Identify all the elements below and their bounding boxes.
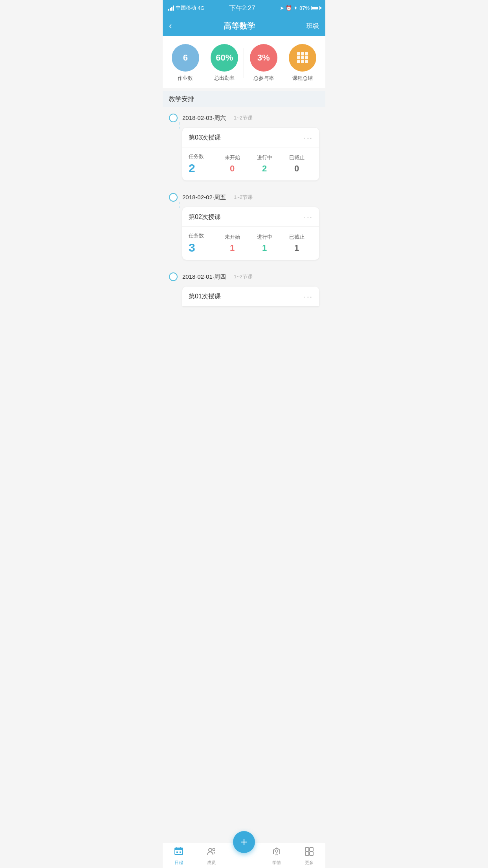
ended-label-1: 已截止 <box>289 154 305 161</box>
task-count-section-2: 任务数 3 <box>189 232 216 254</box>
stat-homework[interactable]: 6 作业数 <box>166 44 205 82</box>
stat-summary[interactable]: 课程总结 <box>283 44 323 82</box>
session-date-2: 2018-02-02·周五 <box>182 194 226 201</box>
in-progress-col-2: 进行中 1 <box>248 234 281 253</box>
not-started-label-2: 未开始 <box>225 234 240 241</box>
lesson-more-3[interactable]: ··· <box>304 292 313 301</box>
timeline-dot-1 <box>169 114 178 122</box>
timeline-row-3: 2018-02-01·周四 1~2节课 <box>169 272 319 281</box>
session-date-1: 2018-02-03·周六 <box>182 114 226 122</box>
stats-row: 6 作业数 60% 总出勤率 3% 总参与率 课程总结 <box>163 36 325 88</box>
in-progress-value-2: 1 <box>262 243 267 253</box>
in-progress-label-1: 进行中 <box>257 154 272 161</box>
lesson-card-2[interactable]: 第02次授课 ··· 任务数 3 未开始 1 进行中 1 <box>182 207 319 260</box>
not-started-value-1: 0 <box>230 164 235 174</box>
summary-label: 课程总结 <box>292 75 313 82</box>
attendance-label: 总出勤率 <box>214 75 235 82</box>
lesson-title-1: 第03次授课 <box>189 134 221 142</box>
homework-label: 作业数 <box>178 75 193 82</box>
lesson-more-2[interactable]: ··· <box>304 213 313 222</box>
timeline-dot-2 <box>169 193 178 202</box>
lesson-card-header-3: 第01次授课 ··· <box>182 287 319 306</box>
timeline-item-2: 2018-02-02·周五 1~2节课 第02次授课 ··· 任务数 3 未开始… <box>163 187 325 260</box>
timeline-row-2: 2018-02-02·周五 1~2节课 <box>169 193 319 202</box>
timeline-dot-3 <box>169 272 178 281</box>
task-count-value-1: 2 <box>189 162 195 175</box>
lesson-stats-2: 任务数 3 未开始 1 进行中 1 已截止 1 <box>182 227 319 260</box>
page-title: 高等数学 <box>224 21 255 31</box>
session-date-3: 2018-02-01·周四 <box>182 273 226 281</box>
not-started-label-1: 未开始 <box>225 154 240 161</box>
timeline-row-1: 2018-02-03·周六 1~2节课 <box>169 114 319 122</box>
lesson-card-3[interactable]: 第01次授课 ··· <box>182 287 319 306</box>
status-left: 中国移动 4G <box>168 4 204 11</box>
ended-label-2: 已截止 <box>289 234 305 241</box>
task-details-1: 未开始 0 进行中 2 已截止 0 <box>216 154 313 174</box>
lesson-card-header-2: 第02次授课 ··· <box>182 207 319 227</box>
not-started-col-1: 未开始 0 <box>216 154 248 174</box>
location-icon: ➤ <box>280 5 284 11</box>
ended-value-1: 0 <box>294 164 299 174</box>
task-count-label-1: 任务数 <box>189 153 204 160</box>
section-header: 教学安排 <box>163 91 325 107</box>
task-count-value-2: 3 <box>189 241 195 254</box>
session-lessons-3: 1~2节课 <box>234 273 253 280</box>
timeline-line-2 <box>179 202 180 208</box>
not-started-value-2: 1 <box>230 243 235 253</box>
stat-attendance[interactable]: 60% 总出勤率 <box>205 44 244 82</box>
timeline-line-1 <box>179 122 180 129</box>
signal-icon <box>168 6 174 11</box>
timeline-item-1: 2018-02-03·周六 1~2节课 第03次授课 ··· 任务数 2 未开始… <box>163 107 325 180</box>
homework-circle: 6 <box>172 44 199 72</box>
ended-col-2: 已截止 1 <box>281 234 313 253</box>
timeline: 2018-02-03·周六 1~2节课 第03次授课 ··· 任务数 2 未开始… <box>163 107 325 314</box>
participation-circle: 3% <box>250 44 277 72</box>
attendance-circle: 60% <box>211 44 238 72</box>
in-progress-label-2: 进行中 <box>257 234 272 241</box>
battery-label: 87% <box>299 5 310 11</box>
task-count-section-1: 任务数 2 <box>189 153 216 175</box>
ended-value-2: 1 <box>294 243 299 253</box>
back-button[interactable]: ‹ <box>169 21 172 31</box>
class-button[interactable]: 班级 <box>306 22 319 30</box>
status-right: ➤ ⏰ ✦ 87% <box>280 5 320 11</box>
lesson-title-3: 第01次授课 <box>189 292 221 301</box>
battery-icon <box>311 6 320 10</box>
nav-bar: ‹ 高等数学 班级 <box>163 16 325 36</box>
network-label: 4G <box>198 5 204 11</box>
lesson-more-1[interactable]: ··· <box>304 133 313 142</box>
carrier-label: 中国移动 <box>176 4 196 11</box>
timeline-item-3: 2018-02-01·周四 1~2节课 第01次授课 ··· <box>163 266 325 306</box>
in-progress-value-1: 2 <box>262 164 267 174</box>
ended-col-1: 已截止 0 <box>281 154 313 174</box>
bluetooth-icon: ✦ <box>294 5 298 11</box>
not-started-col-2: 未开始 1 <box>216 234 248 253</box>
alarm-icon: ⏰ <box>286 5 292 11</box>
status-bar: 中国移动 4G 下午2:27 ➤ ⏰ ✦ 87% <box>163 0 325 16</box>
session-lessons-1: 1~2节课 <box>234 114 253 121</box>
lesson-stats-1: 任务数 2 未开始 0 进行中 2 已截止 0 <box>182 147 319 180</box>
schedule-icon <box>297 52 308 63</box>
participation-label: 总参与率 <box>253 75 274 82</box>
in-progress-col-1: 进行中 2 <box>248 154 281 174</box>
stat-participation[interactable]: 3% 总参与率 <box>244 44 283 82</box>
lesson-card-header-1: 第03次授课 ··· <box>182 128 319 147</box>
lesson-title-2: 第02次授课 <box>189 213 221 221</box>
task-count-label-2: 任务数 <box>189 232 204 239</box>
status-time: 下午2:27 <box>229 4 255 13</box>
summary-circle <box>289 44 316 72</box>
lesson-card-1[interactable]: 第03次授课 ··· 任务数 2 未开始 0 进行中 2 <box>182 128 319 180</box>
session-lessons-2: 1~2节课 <box>234 194 253 201</box>
task-details-2: 未开始 1 进行中 1 已截止 1 <box>216 234 313 253</box>
